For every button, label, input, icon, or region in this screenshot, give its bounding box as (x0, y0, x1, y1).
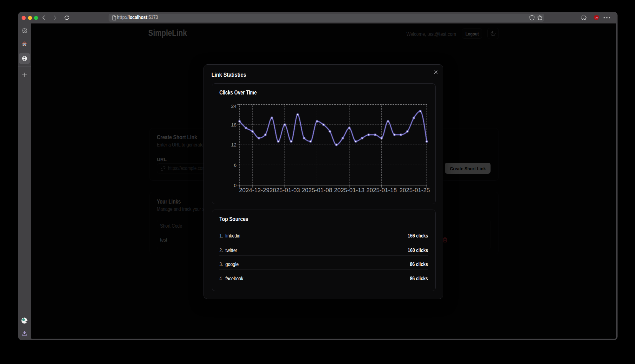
svg-text:2025-01-13: 2025-01-13 (334, 187, 364, 193)
svg-text:2025-01-08: 2025-01-08 (302, 187, 332, 193)
svg-text:2025-01-18: 2025-01-18 (366, 187, 397, 193)
svg-text:UD: UD (595, 16, 598, 19)
svg-text:12: 12 (231, 142, 237, 147)
svg-text:0: 0 (234, 183, 237, 188)
svg-text:6: 6 (234, 162, 237, 168)
svg-text:24: 24 (231, 103, 237, 109)
svg-text:2025-01-25: 2025-01-25 (399, 187, 430, 193)
svg-text:2025-01-03: 2025-01-03 (270, 187, 300, 193)
svg-text:18: 18 (231, 122, 237, 127)
svg-text:2024-12-29: 2024-12-29 (239, 187, 270, 193)
